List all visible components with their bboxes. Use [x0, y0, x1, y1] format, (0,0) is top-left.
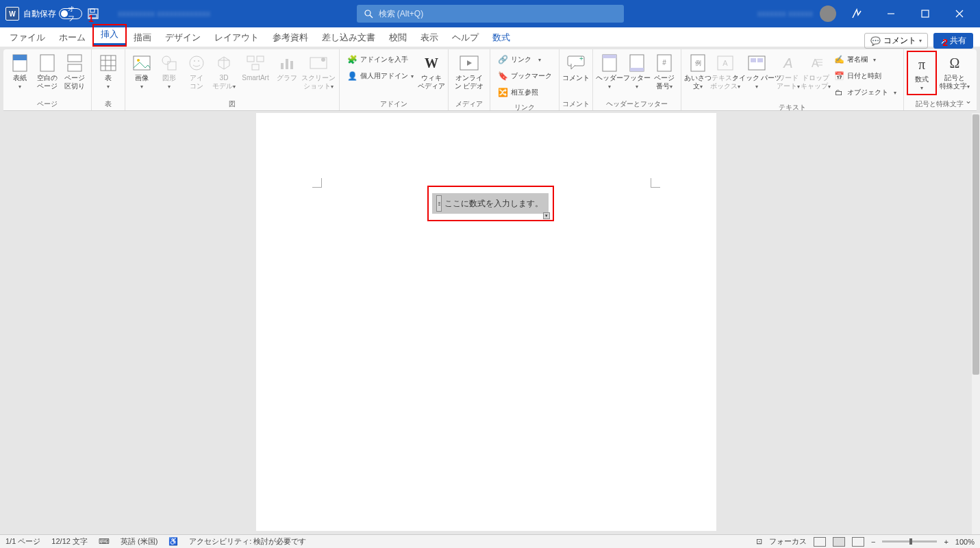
web-layout-button[interactable] [852, 537, 864, 547]
wikipedia-button[interactable]: W ウィキペディア [418, 51, 445, 93]
scrollbar-thumb[interactable] [972, 114, 979, 375]
svg-point-21 [162, 56, 171, 64]
equation-field[interactable]: ここに数式を入力します。 ▾ [432, 193, 549, 214]
cross-reference-button[interactable]: 🔀相互参照 [497, 85, 552, 100]
svg-line-4 [370, 15, 373, 18]
screenshot-button[interactable]: スクリーンショット▾ [301, 51, 336, 93]
document-canvas[interactable]: ここに数式を入力します。 ▾ [0, 113, 972, 534]
personal-addins-button[interactable]: 👤個人用アドイン▾ [347, 68, 414, 84]
equation-drag-handle[interactable] [436, 195, 442, 212]
ribbon-tabs: ファイル ホーム 1 挿入 描画 デザイン レイアウト 参考資料 差し込み文書 … [0, 27, 980, 47]
page-1[interactable]: ここに数式を入力します。 ▾ [256, 113, 716, 531]
tab-mailings[interactable]: 差し込み文書 [315, 29, 382, 47]
user-avatar[interactable] [820, 5, 836, 22]
status-page[interactable]: 1/1 ページ [5, 536, 40, 547]
tab-design[interactable]: デザイン [158, 29, 208, 47]
header-button[interactable]: ヘッダー ▾ [596, 51, 623, 92]
tab-view[interactable]: 表示 [414, 29, 445, 47]
greeting-button[interactable]: 例 あいさつ文▾ [684, 51, 712, 93]
page-break-button[interactable]: ページ区切り [61, 51, 88, 93]
cover-page-icon [10, 53, 29, 73]
object-button[interactable]: 🗀オブジェクト▾ [833, 85, 896, 100]
comment-button[interactable]: + コメント [562, 51, 590, 85]
smartart-button[interactable]: SmartArt [238, 51, 273, 85]
minimize-button[interactable] [877, 3, 905, 24]
page-number-icon: # [655, 53, 674, 73]
equation-button[interactable]: π 数式 ▾ [908, 52, 935, 94]
get-addins-button[interactable]: 🧩アドインを入手 [347, 52, 414, 67]
chevron-down-icon: ▾ [920, 85, 923, 91]
bookmark-icon: 🔖 [497, 71, 508, 82]
maximize-button[interactable] [912, 3, 939, 24]
blank-page-icon [38, 53, 57, 73]
tab-review[interactable]: 校閲 [382, 29, 414, 47]
signature-button[interactable]: ✍署名欄▾ [833, 52, 896, 67]
vertical-scrollbar[interactable] [972, 113, 980, 534]
close-button[interactable] [946, 3, 973, 24]
tab-draw[interactable]: 描画 [127, 29, 158, 47]
tab-equation[interactable]: 数式 [486, 29, 517, 47]
svg-point-24 [194, 60, 195, 62]
footer-button[interactable]: フッター ▾ [623, 51, 651, 92]
quick-parts-button[interactable]: クイック パーツ ▾ [739, 51, 775, 92]
group-media-label: メディア [449, 99, 490, 110]
group-links-label: リンク [490, 103, 559, 114]
status-words[interactable]: 12/12 文字 [51, 536, 88, 547]
zoom-out-button[interactable]: − [871, 538, 875, 546]
callout-1: 1 [88, 13, 94, 24]
print-layout-button[interactable] [833, 537, 845, 547]
chevron-down-icon: ▾ [636, 84, 638, 90]
focus-mode-button[interactable]: フォーカス [769, 536, 807, 547]
table-button[interactable]: 表 ▾ [95, 51, 122, 92]
document-name[interactable]: xxxxxxxxx xxxxxxxxxxxxx [118, 9, 210, 18]
equation-dropdown-button[interactable]: ▾ [543, 212, 550, 219]
zoom-in-button[interactable]: + [944, 538, 948, 546]
read-mode-button[interactable] [814, 537, 826, 547]
tab-home[interactable]: ホーム [52, 29, 92, 47]
datetime-button[interactable]: 📅日付と時刻 [833, 68, 896, 84]
3d-models-button[interactable]: 3Dモデル▾ [210, 51, 238, 93]
status-accessibility[interactable]: アクセシビリティ: 検討が必要です [189, 536, 306, 547]
tab-file[interactable]: ファイル [3, 29, 52, 47]
ribbon-collapse-button[interactable]: ⌄ [965, 96, 972, 105]
icons-button[interactable]: アイコン [183, 51, 210, 93]
chart-button[interactable]: グラフ [273, 51, 301, 85]
chevron-down-icon: ▾ [140, 84, 143, 90]
chevron-down-icon: ▾ [894, 90, 896, 96]
pictures-button[interactable]: 画像 ▾ [128, 51, 155, 92]
group-tables-label: 表 [92, 99, 125, 110]
svg-rect-29 [281, 63, 284, 69]
blank-page-button[interactable]: 空白のページ [34, 51, 61, 93]
tab-references[interactable]: 参考資料 [266, 29, 315, 47]
tab-help[interactable]: ヘルプ [445, 29, 486, 47]
diagnose-icon[interactable] [843, 3, 870, 24]
svg-rect-30 [286, 59, 288, 69]
wordart-button[interactable]: A ワードアート▾ [775, 51, 802, 93]
comments-button[interactable]: 💬 コメント ▾ [864, 33, 928, 49]
quick-parts-icon [747, 53, 766, 73]
tab-layout[interactable]: レイアウト [208, 29, 266, 47]
search-box[interactable]: 検索 (Alt+Q) [357, 5, 624, 23]
zoom-percent[interactable]: 100% [955, 538, 975, 546]
online-video-button[interactable]: オンライン ビデオ [451, 51, 487, 93]
zoom-slider[interactable] [882, 540, 937, 543]
smartart-icon [246, 53, 265, 73]
autosave-toggle[interactable]: 自動保存 オフ [23, 8, 82, 20]
textbox-button[interactable]: A テキストボックス▾ [712, 51, 739, 93]
dropcap-button[interactable]: A ドロップキャップ▾ [802, 51, 829, 93]
symbol-button[interactable]: Ω 記号と特殊文字▾ [937, 51, 972, 93]
status-language[interactable]: 英語 (米国) [121, 536, 158, 547]
page-number-button[interactable]: # ページ番号▾ [651, 51, 678, 93]
shapes-button[interactable]: 図形 ▾ [155, 51, 183, 92]
link-button[interactable]: 🔗リンク▾ [497, 52, 552, 67]
online-video-icon [460, 53, 479, 73]
link-icon: 🔗 [497, 54, 508, 65]
greeting-icon: 例 [688, 53, 707, 73]
crossref-icon: 🔀 [497, 87, 508, 98]
bookmark-button[interactable]: 🔖ブックマーク [497, 68, 552, 84]
svg-rect-27 [257, 56, 264, 62]
accessibility-icon: ♿ [168, 537, 178, 546]
share-button[interactable]: ↗ 共有 [933, 33, 973, 49]
cover-page-button[interactable]: 表紙 ▾ [6, 51, 34, 92]
tab-insert[interactable]: 挿入 [94, 25, 125, 45]
